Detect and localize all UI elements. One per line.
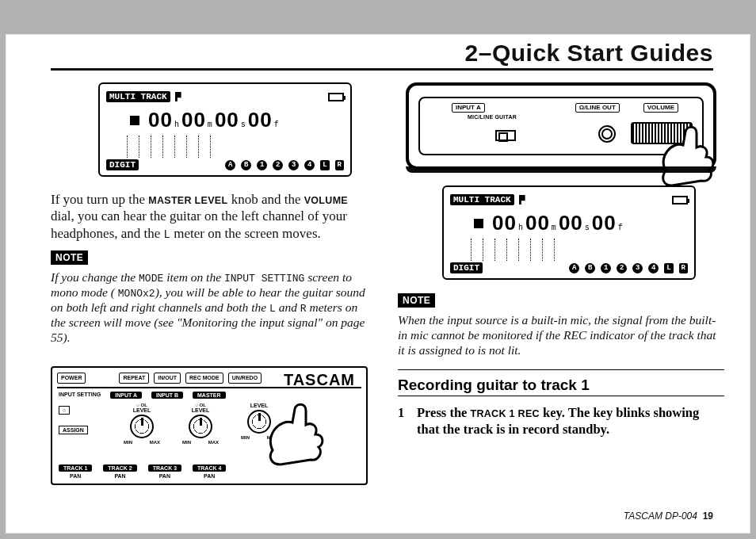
- knob-input-b: [189, 415, 212, 438]
- lcd-time-row: 00h 00m 00s 00f: [130, 108, 344, 132]
- figure-device-top: INPUT A Ω/LINE OUT VOLUME MIC/LINE GUITA…: [406, 82, 716, 170]
- flag-icon: [519, 195, 525, 205]
- knob-input-a: [130, 415, 154, 438]
- lcd-digit-badge: DIGIT: [106, 159, 139, 170]
- track-row: TRACK 1PAN TRACK 2PAN TRACK 3PAN TRACK 4…: [59, 464, 360, 479]
- note-right: When the input source is a built-in mic,…: [398, 313, 724, 358]
- battery-icon: [328, 93, 344, 101]
- note-tag: NOTE: [398, 293, 435, 308]
- page: 2–Quick Start Guides MULTI TRACK 00h 00m…: [0, 0, 756, 539]
- figure-device-front: POWER REPEAT IN/OUT REC MODE UN/REDO TAS…: [51, 366, 368, 485]
- note-left: If you change the MODE item on the INPUT…: [51, 270, 368, 346]
- section-heading: Recording guitar to track 1: [398, 377, 724, 394]
- flag-icon: [175, 92, 181, 101]
- right-column: INPUT A Ω/LINE OUT VOLUME MIC/LINE GUITA…: [398, 82, 724, 501]
- knob-row: ○ OL LEVEL MINMAX ○ OL LEVEL MINMAX LEVE…: [124, 403, 277, 445]
- chapter-title: 2–Quick Start Guides: [465, 40, 713, 67]
- section-rule-top: [398, 369, 724, 370]
- lcd-track-row: DIGIT A B 1 2 3 4 L R: [106, 159, 344, 170]
- figure-lcd-2: MULTI TRACK 00h 00m 00s 00f DIGIT: [442, 185, 696, 280]
- section-rule-bottom: [398, 396, 724, 396]
- lcd-meters: [127, 136, 342, 158]
- note-tag: NOTE: [51, 250, 88, 265]
- step-number: 1: [398, 404, 409, 438]
- sheet: 2–Quick Start Guides MULTI TRACK 00h 00m…: [6, 35, 750, 533]
- paragraph-intro: If you turn up the MASTER LEVEL knob and…: [51, 191, 368, 242]
- step-1: 1 Press the TRACK 1 REC key. The key bli…: [398, 404, 724, 438]
- header-rule: [51, 68, 713, 71]
- lcd-mode-badge: MULTI TRACK: [106, 91, 170, 102]
- mic-line-guitar-label: MIC/LINE GUITAR: [468, 114, 517, 120]
- stop-icon: [130, 116, 139, 125]
- chapter-header: 2–Quick Start Guides: [465, 40, 713, 67]
- stop-icon: [474, 219, 483, 228]
- input-a-switch: [495, 130, 516, 141]
- line-out-jack: [598, 125, 616, 143]
- page-footer: TASCAM DP-004 19: [624, 510, 713, 522]
- figure-lcd-1: MULTI TRACK 00h 00m 00s 00f DIGIT: [98, 82, 352, 177]
- left-column: MULTI TRACK 00h 00m 00s 00f DIGIT: [51, 82, 368, 501]
- battery-icon: [672, 196, 688, 205]
